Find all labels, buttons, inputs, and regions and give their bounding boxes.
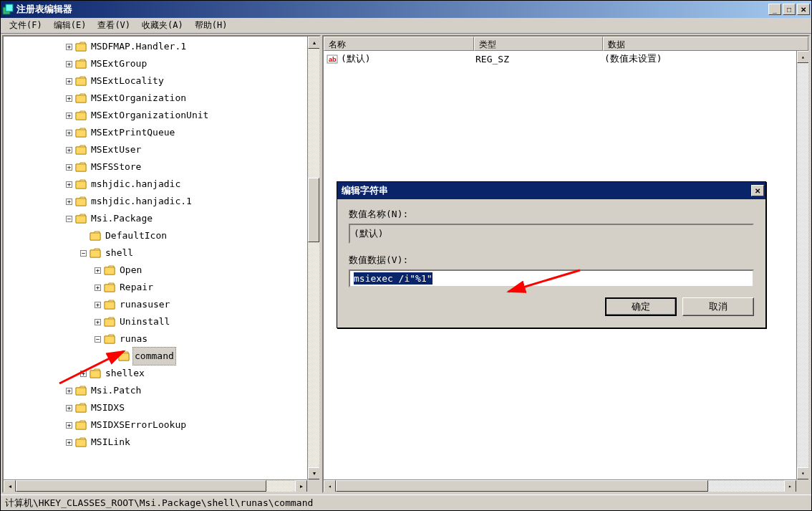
- menubar: 文件(F) 编辑(E) 查看(V) 收藏夹(A) 帮助(H): [1, 18, 811, 34]
- tree-label: MSExtPrintQueue: [90, 124, 176, 141]
- dialog-titlebar[interactable]: 编辑字符串 ✕: [337, 182, 765, 199]
- col-name[interactable]: 名称: [324, 37, 474, 51]
- tree-label: MSExtUser: [90, 141, 142, 158]
- expand-icon[interactable]: +: [95, 319, 101, 325]
- tree-label: shell: [104, 244, 135, 262]
- tree-label: Msi.Patch: [90, 382, 142, 399]
- expand-icon[interactable]: +: [66, 388, 72, 394]
- name-label: 数值名称(N):: [349, 208, 754, 221]
- expand-icon[interactable]: +: [66, 405, 72, 411]
- tree-label: runasuser: [118, 296, 171, 313]
- titlebar[interactable]: 注册表编辑器 _ □ ✕: [1, 1, 811, 18]
- tree-item[interactable]: −shell: [4, 244, 319, 262]
- edit-string-dialog: 编辑字符串 ✕ 数值名称(N): (默认) 数值数据(V): msiexec /…: [337, 181, 766, 328]
- tree-item[interactable]: +Open: [4, 262, 319, 279]
- tree-label: MSIDXS: [90, 399, 126, 416]
- collapse-icon[interactable]: −: [66, 216, 72, 222]
- tree-item[interactable]: +MSExtUser: [4, 141, 319, 158]
- folder-icon: [75, 59, 87, 69]
- tree-label: MSExtOrganizationUnit: [90, 107, 210, 124]
- expand-icon[interactable]: +: [66, 44, 72, 50]
- expand-icon[interactable]: +: [66, 181, 72, 188]
- folder-icon: [75, 76, 87, 86]
- tree-item[interactable]: +MSExtLocality: [4, 72, 319, 90]
- expand-icon[interactable]: +: [95, 267, 101, 274]
- tree-item[interactable]: −runas: [4, 330, 319, 348]
- expand-icon[interactable]: +: [66, 130, 72, 136]
- folder-icon: [104, 317, 115, 327]
- list-hscrollbar[interactable]: ◂ ▸: [324, 479, 796, 492]
- expand-icon[interactable]: +: [95, 302, 101, 308]
- tree-label: MSIDXSErrorLookup: [90, 416, 188, 434]
- expand-icon[interactable]: +: [66, 439, 72, 446]
- tree-item[interactable]: +MSILink: [4, 434, 319, 451]
- folder-icon: [90, 368, 101, 378]
- tree-item[interactable]: +MSFSStore: [4, 158, 319, 176]
- value-type: REG_SZ: [475, 54, 604, 65]
- col-data[interactable]: 数据: [603, 37, 808, 51]
- tree-item[interactable]: +mshjdic.hanjadic.1: [4, 193, 319, 210]
- expand-icon[interactable]: +: [66, 61, 72, 67]
- expand-icon[interactable]: +: [66, 147, 72, 153]
- maximize-button[interactable]: □: [783, 4, 796, 15]
- minimize-button[interactable]: _: [768, 4, 781, 15]
- folder-icon: [104, 265, 115, 275]
- tree-item[interactable]: DefaultIcon: [4, 227, 319, 244]
- expand-icon[interactable]: +: [66, 78, 72, 85]
- folder-icon: [90, 231, 101, 241]
- tree-item[interactable]: +MSDFMAP.Handler.1: [4, 38, 319, 55]
- cancel-button[interactable]: 取消: [682, 297, 754, 316]
- tree-item[interactable]: +MSExtOrganizationUnit: [4, 107, 319, 124]
- expand-icon[interactable]: +: [66, 113, 72, 119]
- data-input[interactable]: msiexec /i"%1": [349, 269, 754, 287]
- tree-item[interactable]: −Msi.Package: [4, 210, 319, 227]
- tree-item[interactable]: +MSIDXSErrorLookup: [4, 416, 319, 434]
- expand-icon[interactable]: +: [95, 285, 101, 291]
- expand-icon[interactable]: +: [66, 164, 72, 171]
- string-value-icon: [327, 53, 338, 65]
- folder-icon: [75, 196, 87, 206]
- close-button[interactable]: ✕: [797, 4, 810, 15]
- menu-favorites[interactable]: 收藏夹(A): [136, 18, 189, 33]
- tree-item[interactable]: +MSExtOrganization: [4, 90, 319, 107]
- menu-help[interactable]: 帮助(H): [189, 18, 233, 33]
- menu-view[interactable]: 查看(V): [92, 18, 136, 33]
- col-type[interactable]: 类型: [474, 37, 603, 51]
- value-row[interactable]: (默认) REG_SZ (数值未设置): [324, 51, 808, 67]
- registry-tree[interactable]: +MSDFMAP.Handler.1+MSExtGroup+MSExtLocal…: [4, 37, 319, 452]
- dialog-close-button[interactable]: ✕: [751, 185, 764, 196]
- tree-item[interactable]: +shellex: [4, 365, 319, 382]
- tree-vscrollbar[interactable]: ▴ ▾: [307, 37, 319, 479]
- menu-edit[interactable]: 编辑(E): [48, 18, 92, 33]
- folder-icon: [75, 110, 87, 120]
- folder-icon: [75, 437, 87, 447]
- data-label: 数值数据(V):: [349, 254, 754, 267]
- tree-label: Repair: [118, 279, 155, 296]
- tree-item[interactable]: +mshjdic.hanjadic: [4, 176, 319, 193]
- ok-button[interactable]: 确定: [605, 297, 677, 316]
- tree-label: shellex: [104, 365, 146, 382]
- tree-hscrollbar[interactable]: ◂ ▸: [4, 479, 307, 492]
- menu-file[interactable]: 文件(F): [4, 18, 48, 33]
- collapse-icon[interactable]: −: [95, 336, 101, 343]
- tree-item[interactable]: +MSExtPrintQueue: [4, 124, 319, 141]
- tree-item[interactable]: +Uninstall: [4, 313, 319, 330]
- folder-icon: [75, 420, 87, 430]
- tree-item[interactable]: +Repair: [4, 279, 319, 296]
- tree-item[interactable]: +MSExtGroup: [4, 55, 319, 72]
- tree-label: MSExtGroup: [90, 55, 148, 72]
- tree-label: command: [132, 347, 176, 366]
- tree-item[interactable]: +Msi.Patch: [4, 382, 319, 399]
- tree-item[interactable]: +MSIDXS: [4, 399, 319, 416]
- tree-item[interactable]: +runasuser: [4, 296, 319, 313]
- list-vscrollbar[interactable]: ▴ ▾: [796, 51, 808, 479]
- collapse-icon[interactable]: −: [80, 250, 87, 257]
- folder-icon: [104, 334, 115, 344]
- tree-item[interactable]: command: [4, 348, 319, 365]
- expand-icon[interactable]: +: [66, 95, 72, 102]
- expand-icon[interactable]: +: [66, 199, 72, 205]
- folder-icon: [75, 179, 87, 189]
- expand-icon[interactable]: +: [80, 371, 87, 377]
- expand-icon[interactable]: +: [66, 422, 72, 429]
- folder-icon: [104, 300, 115, 310]
